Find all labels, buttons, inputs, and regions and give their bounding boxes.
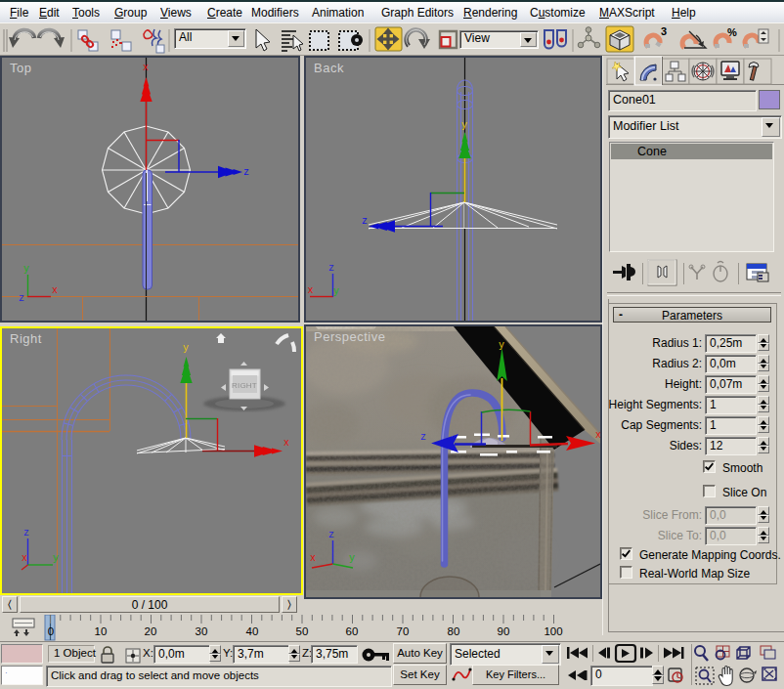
svg-text:x: x (52, 285, 58, 296)
svg-text:0: 0 (48, 625, 54, 637)
svg-text:%: % (727, 26, 737, 38)
svg-text:y: y (53, 553, 59, 564)
svg-text:z: z (420, 432, 426, 443)
svg-text:10: 10 (95, 625, 108, 637)
svg-text:RIGHT: RIGHT (232, 381, 257, 390)
svg-text:y: y (461, 120, 467, 131)
svg-text:z: z (362, 216, 368, 227)
svg-text:20: 20 (145, 625, 157, 637)
svg-text:3: 3 (661, 25, 667, 37)
svg-text:x: x (595, 430, 600, 441)
svg-text:z: z (243, 167, 249, 178)
svg-text:80: 80 (448, 625, 460, 637)
svg-text:y: y (23, 264, 29, 275)
svg-text:90: 90 (498, 625, 510, 637)
svg-text:z: z (328, 530, 334, 540)
svg-text:40: 40 (246, 625, 259, 637)
svg-text:100: 100 (544, 625, 562, 637)
svg-text:x: x (22, 553, 27, 564)
svg-text:x: x (310, 553, 316, 564)
svg-text:60: 60 (346, 625, 359, 637)
svg-text:y: y (349, 553, 355, 564)
svg-text:y: y (499, 340, 504, 351)
svg-text:50: 50 (296, 625, 309, 637)
svg-text:x: x (308, 285, 314, 296)
svg-text:70: 70 (397, 625, 410, 637)
svg-text:30: 30 (196, 625, 208, 637)
svg-text:y: y (333, 286, 339, 297)
svg-text:z: z (19, 293, 24, 304)
svg-text:z: z (328, 263, 334, 274)
svg-text:y: y (183, 343, 189, 354)
svg-text:z: z (23, 528, 29, 538)
svg-text:x: x (283, 438, 289, 449)
svg-text:x: x (143, 63, 149, 73)
